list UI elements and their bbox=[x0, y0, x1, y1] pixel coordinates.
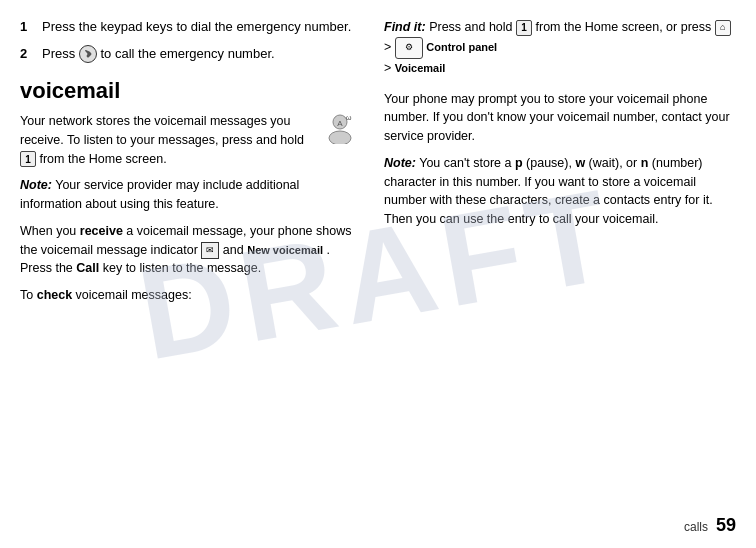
message-indicator-icon: ✉ bbox=[201, 242, 219, 260]
find-it-section: Find it: Press and hold 1 from the Home … bbox=[384, 18, 736, 78]
svg-point-1 bbox=[329, 131, 351, 144]
page-container: DRAFT 1 Press the keypad keys to dial th… bbox=[0, 0, 756, 548]
svg-text:ω: ω bbox=[346, 114, 352, 121]
note2-label: Note: bbox=[384, 156, 416, 170]
svg-text:A: A bbox=[337, 119, 343, 128]
para2: When you receive a voicemail message, yo… bbox=[20, 222, 356, 278]
page-number: 59 bbox=[716, 515, 736, 536]
right-para1: Your phone may prompt you to store your … bbox=[384, 90, 736, 146]
note1-label: Note: bbox=[20, 178, 52, 192]
call-icon bbox=[79, 45, 97, 63]
footer: calls 59 bbox=[684, 515, 736, 536]
p-char: p bbox=[515, 156, 523, 170]
list-item-2: 2 Press to call the emergency number. bbox=[20, 45, 356, 64]
check-bold: check bbox=[37, 288, 72, 302]
para3: To check voicemail messages: bbox=[20, 286, 356, 305]
w-char: w bbox=[575, 156, 585, 170]
receive-bold: receive bbox=[80, 224, 123, 238]
note1-text: Your service provider may include additi… bbox=[20, 178, 299, 211]
one-key-icon: 1 bbox=[20, 151, 36, 167]
left-column: 1 Press the keypad keys to dial the emer… bbox=[20, 18, 380, 530]
item1-number: 1 bbox=[20, 18, 40, 37]
section-title: voicemail bbox=[20, 78, 356, 104]
list-item-1: 1 Press the keypad keys to dial the emer… bbox=[20, 18, 356, 37]
para1: Your network stores the voicemail messag… bbox=[20, 112, 356, 168]
voicemail-label: Voicemail bbox=[395, 62, 446, 74]
home-icon: ⌂ bbox=[715, 20, 731, 36]
note1: Note: Your service provider may include … bbox=[20, 176, 356, 214]
find-it-label: Find it: bbox=[384, 20, 426, 34]
call-label: Call bbox=[76, 261, 99, 275]
settings-icon: ⚙ bbox=[395, 37, 423, 59]
item2-number: 2 bbox=[20, 45, 40, 64]
item1-text: Press the keypad keys to dial the emerge… bbox=[42, 18, 351, 37]
voicemail-person-icon: A ω bbox=[324, 112, 356, 150]
footer-label: calls bbox=[684, 520, 708, 534]
control-panel-label: Control panel bbox=[426, 41, 497, 53]
new-voicemail-label: New voicemail bbox=[247, 244, 323, 256]
item2-text: Press to call the emergency number. bbox=[42, 45, 275, 64]
right-column: Find it: Press and hold 1 from the Home … bbox=[380, 18, 736, 530]
note2: Note: You can't store a p (pause), w (wa… bbox=[384, 154, 736, 229]
one-key-find-icon: 1 bbox=[516, 20, 532, 36]
